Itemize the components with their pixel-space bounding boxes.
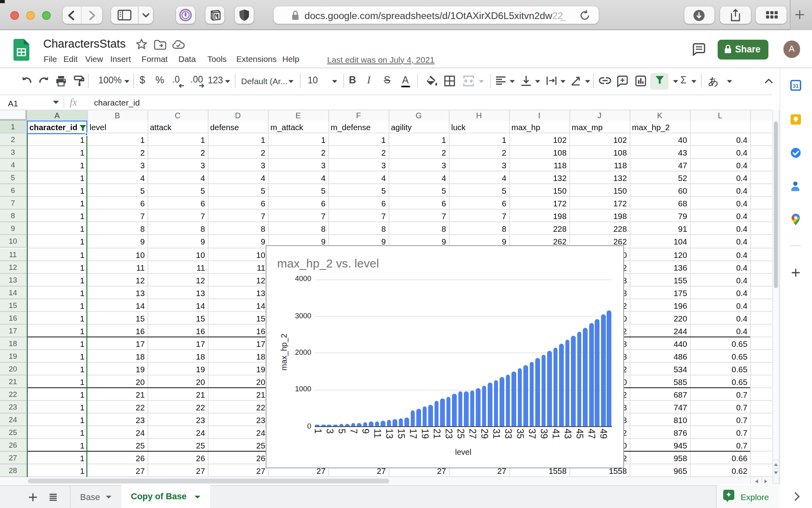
svg-text:31: 31 bbox=[793, 83, 798, 89]
